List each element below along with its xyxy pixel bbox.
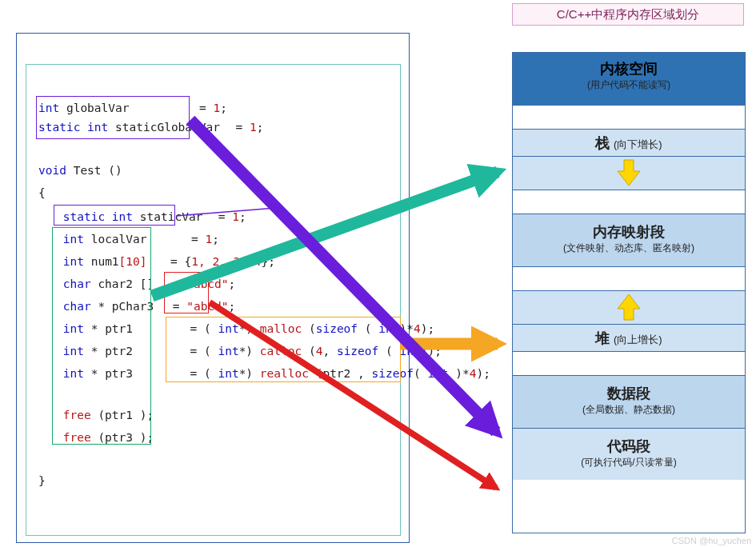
diagram-title: C/C++中程序内存区域划分 — [512, 3, 744, 26]
mem-heap-arrow-row — [513, 291, 745, 325]
mem-gap-3 — [513, 267, 745, 291]
box-stringlit-red — [164, 272, 209, 313]
box-staticvar-purple — [54, 205, 175, 226]
mem-heap-label: 堆 (向上增长) — [513, 325, 745, 352]
mem-text: 代码段 (可执行代码/只读常量) — [513, 429, 745, 480]
arrow-up-icon — [613, 291, 645, 323]
diagram-stage: C/C++中程序内存区域划分 int globalVar = 1; static… — [0, 0, 756, 547]
mem-kernel: 内核空间 (用户代码不能读写) — [513, 53, 745, 106]
mem-gap-4 — [513, 352, 745, 376]
box-globals-purple — [36, 96, 190, 139]
code-line-3: void Test () — [38, 163, 398, 178]
arrow-down-icon — [613, 157, 645, 189]
box-malloc-orange — [166, 317, 401, 382]
svg-marker-1 — [618, 294, 640, 320]
watermark-text: CSDN @hu_yuchen — [672, 536, 751, 545]
svg-marker-0 — [618, 160, 640, 186]
mem-stack-label: 栈 (向下增长) — [513, 130, 745, 157]
mem-gap-1 — [513, 106, 745, 130]
code-line-15: } — [38, 473, 398, 488]
mem-data: 数据段 (全局数据、静态数据) — [513, 376, 745, 429]
memory-layout-column: 内核空间 (用户代码不能读写) 栈 (向下增长) 内存映射段 (文件映射、动态库… — [512, 52, 746, 533]
box-locals-green — [52, 227, 151, 445]
code-line-4: { — [38, 186, 398, 200]
mem-gap-2 — [513, 190, 745, 214]
mem-mmap: 内存映射段 (文件映射、动态库、匿名映射) — [513, 214, 745, 267]
mem-stack-arrow-row — [513, 157, 745, 190]
